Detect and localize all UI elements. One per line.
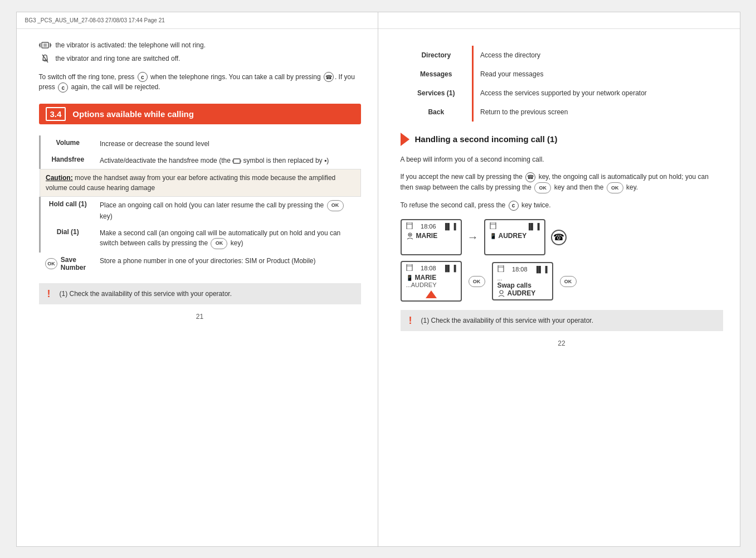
phone-name-marie1: MARIE — [406, 232, 456, 240]
table-row: Volume Increase or decrease the sound le… — [40, 135, 361, 152]
phone-sim-icon2 — [490, 222, 498, 230]
arrow-right1: → — [467, 231, 479, 244]
table-row: OK Save Number Store a phone number in o… — [40, 253, 361, 275]
signal-bars1: ▐▌▐ — [443, 223, 456, 230]
dir-row-services: Services (1) Access the services support… — [401, 84, 723, 103]
phone-key2: ☎ — [525, 172, 535, 182]
option-label-save: Save Number — [61, 256, 91, 271]
svg-rect-12 — [407, 222, 412, 229]
vibrator-text1: the vibrator is activated: the telephone… — [56, 41, 206, 49]
page-num-left: 21 — [39, 313, 361, 321]
section-3-4-header: 3.4 Options available while calling — [39, 104, 361, 124]
section-title: Options available while calling — [72, 109, 194, 119]
swap-calls-text: Swap calls — [498, 282, 531, 289]
ok-key-row2: OK — [469, 276, 485, 287]
vibrator-icon2 — [39, 54, 51, 64]
table-row-caution: Caution: move the handset away from your… — [40, 169, 361, 197]
option-label-dial: Dial (1) — [40, 225, 95, 253]
phone-time1: 18:06 — [421, 223, 436, 230]
directory-table: Directory Access the directory Messages … — [401, 46, 723, 122]
note-icon-right: ! — [409, 316, 416, 326]
dir-label-messages: Messages — [401, 65, 473, 84]
note-icon-left: ! — [47, 289, 54, 299]
left-page: the vibrator is activated: the telephone… — [17, 12, 378, 546]
dir-row-messages: Messages Read your messages — [401, 65, 723, 84]
phone-swap-calls: Swap calls — [498, 282, 548, 289]
phone-time2: 18:08 — [421, 265, 436, 271]
caution-label: Caution: — [46, 174, 73, 182]
phone-mock-left2: 18:08 ▐▌▐ 📱 MARIE ...AUDREY — [401, 261, 462, 302]
svg-rect-16 — [490, 222, 496, 229]
ok-key-row2-right: OK — [560, 276, 577, 287]
note-section-right: ! (1) Check the availability of this ser… — [401, 310, 723, 331]
signal-bars2: ▐▌▐ — [526, 223, 539, 230]
ok-key2: OK — [211, 238, 227, 249]
dir-row-back: Back Return to the previous screen — [401, 103, 723, 122]
option-desc-volume: Increase or decrease the sound level — [95, 135, 361, 152]
options-table: Volume Increase or decrease the sound le… — [39, 135, 361, 275]
vibrator-line1: the vibrator is activated: the telephone… — [39, 40, 361, 50]
note-text-right: (1) Check the availability of this servi… — [421, 316, 593, 326]
phone-row2: 18:08 ▐▌▐ 📱 MARIE ...AUDREY OK — [401, 261, 723, 302]
page-container: BG3 _PCS_AUS_UM_27-08-03 27/08/03 17:44 … — [16, 12, 740, 547]
dir-desc-services: Access the services supported by your ne… — [473, 84, 723, 103]
note-section-left: ! (1) Check the availability of this ser… — [39, 283, 361, 304]
note-text-left: (1) Check the availability of this servi… — [60, 289, 232, 299]
ok-key1: OK — [327, 200, 344, 211]
dir-row-directory: Directory Access the directory — [401, 46, 723, 65]
phone-ring-icon: ☎ — [551, 230, 567, 245]
option-desc-hold: Place an ongoing call on hold (you can l… — [95, 197, 361, 225]
section-num: 3.4 — [46, 107, 66, 121]
body-text3: To refuse the second call, press the c k… — [401, 200, 723, 211]
option-label-handsfree: Handsfree — [40, 152, 95, 169]
dir-desc-back: Return to the previous screen — [473, 103, 723, 122]
phone-diagrams: 18:06 ▐▌▐ MARIE → ▐▌▐ — [401, 219, 723, 302]
caution-box: Caution: move the handset away from your… — [40, 169, 361, 197]
vibrator-icon1 — [39, 40, 51, 50]
page-num-right: 22 — [401, 339, 723, 347]
svg-point-22 — [500, 290, 503, 294]
c-key2: c — [58, 83, 68, 93]
signal-bars4: ▐▌▐ — [534, 266, 547, 273]
svg-rect-9 — [233, 159, 240, 163]
table-row: Dial (1) Make a second call (an ongoing … — [40, 225, 361, 253]
svg-rect-18 — [407, 264, 412, 271]
dir-label-directory: Directory — [401, 46, 473, 65]
svg-point-15 — [409, 234, 411, 236]
option-desc-handsfree: Activate/deactivate the handsfree mode (… — [95, 152, 361, 169]
c-key3: c — [509, 201, 519, 211]
right-page: Directory Access the directory Messages … — [378, 12, 740, 546]
caution-text: move the handset away from your ear befo… — [46, 174, 335, 192]
body-text1: A beep will inform you of a second incom… — [401, 154, 723, 165]
phone-audrey-dots: ...AUDREY — [406, 282, 456, 288]
table-row: Hold call (1) Place an ongoing call on h… — [40, 197, 361, 225]
vibrator-text2: the vibrator and ring tone are switched … — [56, 55, 181, 62]
triangle-up-phone — [426, 290, 437, 298]
phone-mock-right2: 18:08 ▐▌▐ ... Swap calls AUDREY — [492, 262, 553, 300]
phone-dots-top: ... — [498, 275, 548, 282]
option-desc-save: Store a phone number in one of your dire… — [95, 253, 361, 275]
body-text2: If you accept the new call by pressing t… — [401, 172, 723, 193]
phone-sim-icon1 — [406, 222, 414, 230]
phone-mock-right1: ▐▌▐ 📱 AUDREY — [484, 219, 545, 255]
signal-bars3: ▐▌▐ — [443, 265, 456, 271]
dir-desc-messages: Read your messages — [473, 65, 723, 84]
phone-name-audrey1: 📱 AUDREY — [490, 232, 540, 240]
phone-name-marie2: 📱 MARIE — [406, 274, 456, 282]
dir-label-back: Back — [401, 103, 473, 122]
phone-time3: 18:08 — [512, 266, 528, 273]
section-title2: Handling a second incoming call (1) — [415, 134, 558, 144]
phone-sim-icon4 — [498, 265, 505, 273]
vibrator-section: the vibrator is activated: the telephone… — [39, 40, 361, 64]
triangle-icon — [401, 133, 409, 146]
ok-key3: OK — [534, 182, 551, 193]
phone-name-audrey2: AUDREY — [498, 289, 548, 297]
dir-label-services: Services (1) — [401, 84, 473, 103]
phone-key1: ☎ — [324, 72, 334, 82]
svg-rect-20 — [498, 265, 504, 272]
option-desc-dial: Make a second call (an ongoing call will… — [95, 225, 361, 253]
phone-mock-left1: 18:06 ▐▌▐ MARIE — [401, 219, 462, 255]
ok-key4: OK — [607, 182, 623, 193]
table-row: Handsfree Activate/deactivate the handsf… — [40, 152, 361, 169]
option-label-hold: Hold call (1) — [40, 197, 95, 225]
